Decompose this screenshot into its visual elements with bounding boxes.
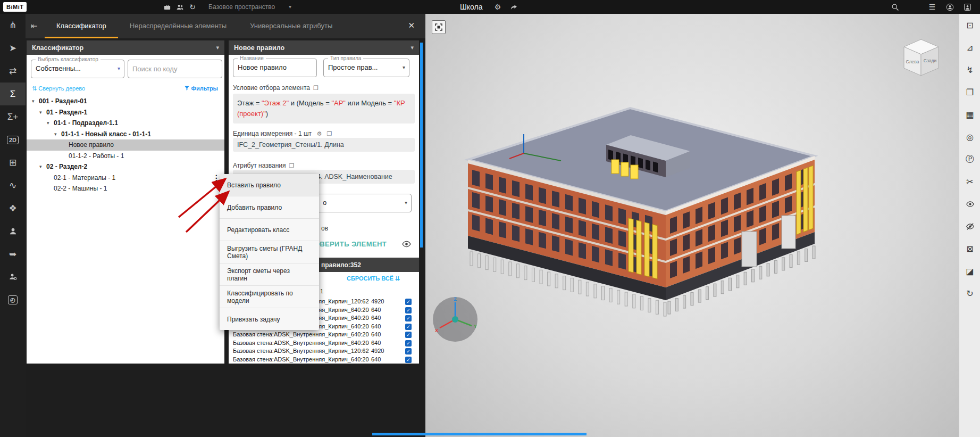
vertical-scrollbar[interactable] — [420, 43, 423, 248]
element-checkbox[interactable]: ✓ — [405, 315, 412, 321]
sync-icon[interactable]: ↻ — [187, 0, 198, 14]
view-2d-icon[interactable]: 2D — [0, 128, 26, 151]
copy-icon[interactable]: ❐ — [313, 85, 319, 91]
isolate-icon[interactable]: ⊠ — [959, 237, 980, 260]
search-input[interactable] — [128, 60, 224, 77]
show-icon[interactable] — [959, 193, 980, 215]
context-menu-item[interactable]: Экспорт сметы через плагин — [220, 263, 319, 285]
context-menu-item[interactable]: Добавить правило — [220, 196, 319, 218]
element-checkbox[interactable]: ✓ — [405, 357, 412, 363]
focus-icon[interactable]: ◎ — [959, 126, 980, 148]
element-checkbox[interactable]: ✓ — [405, 348, 412, 354]
tree-item[interactable]: 01-1-2 - Работы - 1 — [27, 151, 224, 162]
copy-icon[interactable]: ❐ — [289, 162, 294, 169]
tree-expand-caret[interactable]: ▾ — [39, 164, 46, 169]
code-search-field[interactable] — [128, 60, 222, 78]
export-folder-icon[interactable]: ➥ — [0, 243, 26, 266]
account-icon[interactable] — [961, 0, 973, 14]
takeoff-sum-icon[interactable]: Σ — [0, 83, 26, 105]
hide-icon[interactable] — [959, 215, 980, 237]
user-location-icon[interactable] — [0, 266, 26, 288]
tree-expand-caret[interactable]: ▾ — [32, 98, 39, 104]
view-cube[interactable]: Слева Сзади — [899, 34, 944, 79]
plugins-icon[interactable]: ❖ — [0, 197, 26, 220]
context-menu-item[interactable]: Привязать задачу — [220, 308, 319, 330]
chevron-down-icon[interactable]: ▾ — [289, 0, 291, 14]
context-menu-item[interactable]: Классифицировать по модели — [220, 285, 319, 308]
tree-item[interactable]: ▾001 - Раздел-01 — [27, 96, 224, 107]
reset-all-link[interactable]: СБРОСИТЬ ВСЁ ⇊ — [347, 275, 400, 282]
workspace-select[interactable]: Базовое пространство — [208, 0, 275, 14]
viewport-3d[interactable]: Слева Сзади Z X Y — [425, 14, 959, 437]
tab-unassigned-elements[interactable]: Нераспределённые элементы — [118, 14, 238, 38]
element-checkbox[interactable]: ✓ — [405, 340, 412, 347]
tree-item[interactable]: 02-2 - Машины - 1 — [27, 183, 224, 194]
element-checkbox[interactable]: ✓ — [405, 299, 412, 305]
row-context-menu-button[interactable]: ⋮ — [213, 174, 220, 182]
chevron-down-icon[interactable]: ▾ — [118, 60, 120, 77]
grid-icon[interactable]: ▦ — [959, 103, 980, 126]
element-row[interactable]: Базовая стена:ADSK_Внутренняя_Кирпич_640… — [229, 356, 419, 364]
tab-classifier[interactable]: Классификатор — [45, 14, 118, 38]
collapse-panel-icon[interactable]: ⇤ — [31, 14, 38, 38]
tree-item[interactable]: ▾02 - Раздел-2 — [27, 161, 224, 172]
view-cube-back-label[interactable]: Сзади — [924, 58, 937, 63]
tree-item[interactable]: ▾01-1 - Подраздел-1.1 — [27, 118, 224, 129]
fit-view-icon[interactable]: ⊡ — [959, 14, 980, 36]
measure-icon[interactable]: ⊿ — [959, 36, 980, 59]
gear-icon[interactable]: ⚙ — [316, 130, 322, 137]
model-tree-icon[interactable]: ⋔ — [0, 14, 26, 37]
orbit-icon[interactable]: ↻ — [959, 282, 980, 304]
copy-icon[interactable]: ❐ — [327, 130, 332, 137]
tree-expand-caret[interactable]: ▾ — [47, 120, 54, 126]
users-icon[interactable] — [0, 220, 26, 243]
tree-item[interactable]: ▾01 - Раздел-1 — [27, 107, 224, 118]
account-history-icon[interactable] — [944, 0, 956, 14]
unit-value-box[interactable]: IFC_2_Геометрия_Стены/1. Длина — [233, 138, 415, 152]
element-checkbox[interactable]: ✓ — [405, 332, 412, 338]
section-icon[interactable]: ✂ — [959, 170, 980, 193]
orientation-gizmo[interactable]: Z X Y — [431, 295, 480, 344]
rule-panel-header[interactable]: Новое правило ▾ — [229, 40, 419, 55]
plan-icon[interactable]: Ⓟ — [959, 148, 980, 170]
element-checkbox[interactable]: ✓ — [405, 307, 412, 314]
element-row[interactable]: Базовая стена:ADSK_Внутренняя_Кирпич_640… — [229, 340, 419, 348]
context-menu-item[interactable]: Выгрузить сметы (ГРАНД Смета) — [220, 241, 319, 263]
tree-item[interactable]: ▾01-1-1 - Новый класс - 01-1-1 — [27, 129, 224, 140]
chevron-down-icon[interactable]: ▾ — [216, 44, 219, 51]
close-icon[interactable]: ✕ — [408, 21, 415, 30]
menu-list-icon[interactable]: ☰ — [926, 0, 938, 14]
building-model[interactable] — [447, 35, 851, 333]
classifier-panel-header[interactable]: Классификатор ▾ — [27, 40, 224, 55]
shade-icon[interactable]: ◪ — [959, 260, 980, 282]
tree-item[interactable]: 02-1 - Материалы - 1⋮ — [27, 172, 224, 184]
tree-expand-caret[interactable]: ▾ — [54, 131, 61, 137]
context-menu-item[interactable]: Вставить правило — [220, 174, 319, 196]
element-checkbox[interactable]: ✓ — [405, 324, 412, 330]
visibility-eye-icon[interactable] — [401, 239, 412, 251]
settings-gear-icon[interactable]: ⚙ — [492, 0, 504, 14]
takeoff-add-icon[interactable]: Σ+ — [0, 105, 26, 128]
search-icon[interactable] — [889, 0, 901, 14]
screenshot-region-button[interactable] — [432, 20, 446, 34]
charts-icon[interactable]: ∿ — [0, 174, 26, 197]
collapse-tree-link[interactable]: ⇅ Свернуть дерево — [32, 85, 85, 92]
case-icon[interactable] — [161, 0, 173, 14]
team-icon[interactable] — [174, 0, 186, 14]
tree-item[interactable]: Новое правило — [27, 139, 224, 151]
filters-link[interactable]: Фильтры — [184, 85, 219, 92]
element-row[interactable]: Базовая стена:ADSK_Внутренняя_Кирпич_640… — [229, 331, 419, 340]
condition-box[interactable]: Этаж = "Этаж 2" и (Модель = "АР" или Мод… — [233, 94, 415, 123]
view-cube-left-label[interactable]: Слева — [906, 59, 919, 64]
structure-icon[interactable]: ⊞ — [0, 151, 26, 174]
horizontal-scrollbar[interactable] — [372, 433, 587, 435]
element-row[interactable]: Базовая стена:ADSK_Внутренняя_Кирпич_120… — [229, 348, 419, 356]
tree-expand-caret[interactable]: ▾ — [39, 110, 46, 115]
chevron-down-icon[interactable]: ▾ — [405, 194, 407, 211]
tab-universal-attributes[interactable]: Универсальные атрибуты — [238, 14, 344, 38]
context-menu-item[interactable]: Редактировать класс — [220, 218, 319, 241]
relations-icon[interactable]: ⇄ — [0, 60, 26, 83]
dashboard-icon[interactable]: ◴ — [0, 288, 26, 311]
rule-name-field[interactable]: Название Новое правило — [233, 59, 317, 77]
rule-type-select[interactable]: Тип правила Простое прав... ▾ — [323, 59, 409, 77]
